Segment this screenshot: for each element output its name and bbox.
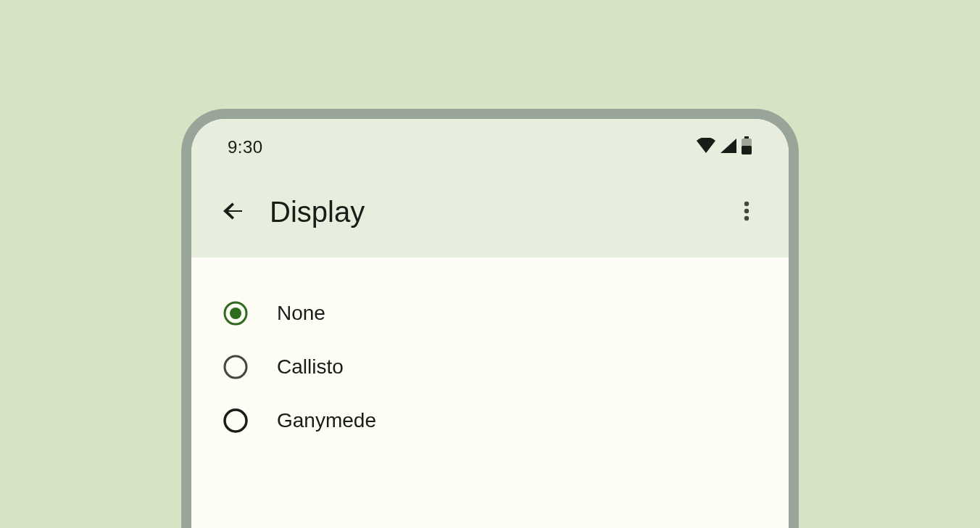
radio-button-unselected-icon <box>223 408 248 433</box>
radio-options-list: None Callisto Ganymede <box>191 257 789 447</box>
svg-rect-0 <box>744 136 749 139</box>
phone-screen: 9:30 <box>191 119 789 528</box>
app-bar: Display <box>191 167 789 257</box>
svg-point-5 <box>744 215 749 220</box>
radio-option-none[interactable]: None <box>191 286 789 340</box>
status-icons <box>696 136 752 158</box>
radio-option-ganymede[interactable]: Ganymede <box>191 394 789 447</box>
status-header-area: 9:30 <box>191 119 789 257</box>
svg-point-3 <box>744 201 749 205</box>
radio-option-label: None <box>277 302 325 325</box>
more-vert-icon <box>734 198 760 227</box>
more-options-button[interactable] <box>731 197 763 228</box>
svg-rect-2 <box>742 146 752 154</box>
cellular-signal-icon <box>719 138 738 157</box>
wifi-icon <box>696 138 716 157</box>
svg-point-4 <box>744 208 749 213</box>
status-time: 9:30 <box>228 137 263 157</box>
back-button[interactable] <box>217 197 249 228</box>
radio-option-label: Callisto <box>277 355 344 379</box>
phone-frame: 9:30 <box>181 109 799 528</box>
status-bar: 9:30 <box>191 119 789 167</box>
battery-icon <box>741 136 752 158</box>
svg-point-9 <box>225 410 246 432</box>
radio-option-callisto[interactable]: Callisto <box>191 340 789 394</box>
page-title: Display <box>270 196 710 228</box>
svg-point-7 <box>230 308 241 319</box>
svg-point-8 <box>225 356 246 378</box>
radio-button-unselected-icon <box>223 355 248 379</box>
arrow-back-icon <box>220 198 246 227</box>
radio-button-selected-icon <box>223 301 248 326</box>
radio-option-label: Ganymede <box>277 409 376 432</box>
